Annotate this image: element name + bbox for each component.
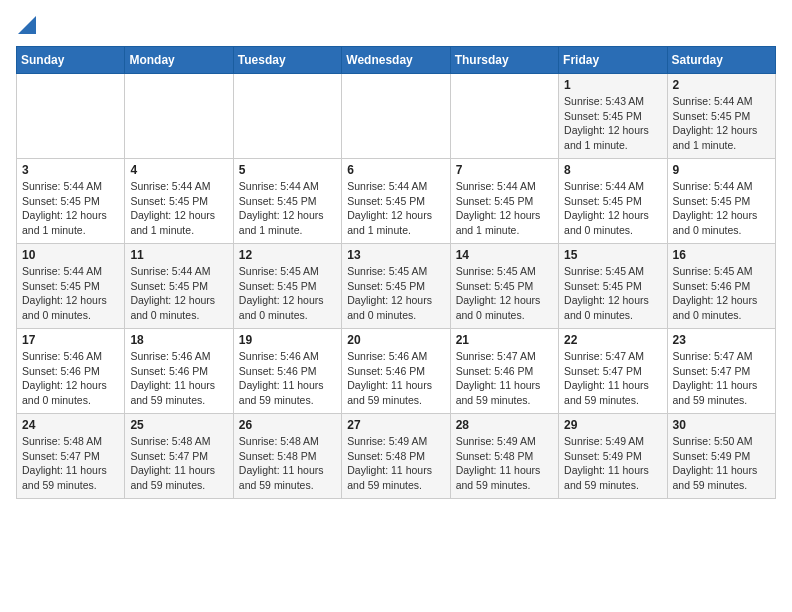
day-info: Sunrise: 5:44 AM Sunset: 5:45 PM Dayligh…: [22, 264, 119, 323]
day-number: 18: [130, 333, 227, 347]
day-info: Sunrise: 5:45 AM Sunset: 5:45 PM Dayligh…: [239, 264, 336, 323]
day-of-week-header: Friday: [559, 47, 667, 74]
calendar-cell: 8Sunrise: 5:44 AM Sunset: 5:45 PM Daylig…: [559, 159, 667, 244]
logo: [16, 16, 36, 34]
day-number: 24: [22, 418, 119, 432]
calendar-cell: 15Sunrise: 5:45 AM Sunset: 5:45 PM Dayli…: [559, 244, 667, 329]
day-number: 7: [456, 163, 553, 177]
day-number: 30: [673, 418, 770, 432]
calendar-cell: 6Sunrise: 5:44 AM Sunset: 5:45 PM Daylig…: [342, 159, 450, 244]
day-info: Sunrise: 5:44 AM Sunset: 5:45 PM Dayligh…: [130, 179, 227, 238]
day-info: Sunrise: 5:46 AM Sunset: 5:46 PM Dayligh…: [239, 349, 336, 408]
day-number: 3: [22, 163, 119, 177]
day-number: 2: [673, 78, 770, 92]
calendar-cell: [233, 74, 341, 159]
day-of-week-header: Wednesday: [342, 47, 450, 74]
day-info: Sunrise: 5:47 AM Sunset: 5:47 PM Dayligh…: [564, 349, 661, 408]
day-info: Sunrise: 5:45 AM Sunset: 5:45 PM Dayligh…: [456, 264, 553, 323]
day-number: 29: [564, 418, 661, 432]
day-number: 23: [673, 333, 770, 347]
day-info: Sunrise: 5:49 AM Sunset: 5:48 PM Dayligh…: [347, 434, 444, 493]
day-of-week-header: Sunday: [17, 47, 125, 74]
day-number: 13: [347, 248, 444, 262]
calendar-cell: [450, 74, 558, 159]
day-number: 20: [347, 333, 444, 347]
day-info: Sunrise: 5:49 AM Sunset: 5:48 PM Dayligh…: [456, 434, 553, 493]
calendar-cell: 30Sunrise: 5:50 AM Sunset: 5:49 PM Dayli…: [667, 414, 775, 499]
day-number: 27: [347, 418, 444, 432]
day-number: 15: [564, 248, 661, 262]
calendar-cell: [342, 74, 450, 159]
day-info: Sunrise: 5:44 AM Sunset: 5:45 PM Dayligh…: [130, 264, 227, 323]
day-of-week-header: Tuesday: [233, 47, 341, 74]
day-info: Sunrise: 5:47 AM Sunset: 5:47 PM Dayligh…: [673, 349, 770, 408]
day-info: Sunrise: 5:46 AM Sunset: 5:46 PM Dayligh…: [22, 349, 119, 408]
calendar-cell: 21Sunrise: 5:47 AM Sunset: 5:46 PM Dayli…: [450, 329, 558, 414]
calendar-cell: 16Sunrise: 5:45 AM Sunset: 5:46 PM Dayli…: [667, 244, 775, 329]
day-of-week-header: Monday: [125, 47, 233, 74]
day-info: Sunrise: 5:44 AM Sunset: 5:45 PM Dayligh…: [347, 179, 444, 238]
day-number: 9: [673, 163, 770, 177]
day-info: Sunrise: 5:48 AM Sunset: 5:47 PM Dayligh…: [22, 434, 119, 493]
calendar-week-row: 3Sunrise: 5:44 AM Sunset: 5:45 PM Daylig…: [17, 159, 776, 244]
day-info: Sunrise: 5:49 AM Sunset: 5:49 PM Dayligh…: [564, 434, 661, 493]
calendar-cell: 5Sunrise: 5:44 AM Sunset: 5:45 PM Daylig…: [233, 159, 341, 244]
day-info: Sunrise: 5:44 AM Sunset: 5:45 PM Dayligh…: [673, 179, 770, 238]
calendar-cell: 28Sunrise: 5:49 AM Sunset: 5:48 PM Dayli…: [450, 414, 558, 499]
calendar-cell: 22Sunrise: 5:47 AM Sunset: 5:47 PM Dayli…: [559, 329, 667, 414]
calendar-cell: 17Sunrise: 5:46 AM Sunset: 5:46 PM Dayli…: [17, 329, 125, 414]
calendar-cell: 19Sunrise: 5:46 AM Sunset: 5:46 PM Dayli…: [233, 329, 341, 414]
day-info: Sunrise: 5:45 AM Sunset: 5:45 PM Dayligh…: [564, 264, 661, 323]
calendar-cell: 10Sunrise: 5:44 AM Sunset: 5:45 PM Dayli…: [17, 244, 125, 329]
day-of-week-header: Saturday: [667, 47, 775, 74]
day-number: 4: [130, 163, 227, 177]
calendar-week-row: 1Sunrise: 5:43 AM Sunset: 5:45 PM Daylig…: [17, 74, 776, 159]
calendar-cell: 4Sunrise: 5:44 AM Sunset: 5:45 PM Daylig…: [125, 159, 233, 244]
day-info: Sunrise: 5:48 AM Sunset: 5:47 PM Dayligh…: [130, 434, 227, 493]
calendar-cell: 29Sunrise: 5:49 AM Sunset: 5:49 PM Dayli…: [559, 414, 667, 499]
day-info: Sunrise: 5:46 AM Sunset: 5:46 PM Dayligh…: [347, 349, 444, 408]
logo-triangle-icon: [18, 16, 36, 34]
day-info: Sunrise: 5:44 AM Sunset: 5:45 PM Dayligh…: [456, 179, 553, 238]
calendar-cell: 25Sunrise: 5:48 AM Sunset: 5:47 PM Dayli…: [125, 414, 233, 499]
day-number: 11: [130, 248, 227, 262]
day-number: 1: [564, 78, 661, 92]
day-info: Sunrise: 5:47 AM Sunset: 5:46 PM Dayligh…: [456, 349, 553, 408]
calendar-week-row: 10Sunrise: 5:44 AM Sunset: 5:45 PM Dayli…: [17, 244, 776, 329]
day-info: Sunrise: 5:45 AM Sunset: 5:45 PM Dayligh…: [347, 264, 444, 323]
calendar-cell: 14Sunrise: 5:45 AM Sunset: 5:45 PM Dayli…: [450, 244, 558, 329]
day-number: 21: [456, 333, 553, 347]
day-number: 17: [22, 333, 119, 347]
day-number: 22: [564, 333, 661, 347]
calendar-cell: [125, 74, 233, 159]
day-number: 8: [564, 163, 661, 177]
calendar-cell: 9Sunrise: 5:44 AM Sunset: 5:45 PM Daylig…: [667, 159, 775, 244]
day-info: Sunrise: 5:44 AM Sunset: 5:45 PM Dayligh…: [673, 94, 770, 153]
day-number: 16: [673, 248, 770, 262]
day-info: Sunrise: 5:44 AM Sunset: 5:45 PM Dayligh…: [564, 179, 661, 238]
calendar-table: SundayMondayTuesdayWednesdayThursdayFrid…: [16, 46, 776, 499]
day-info: Sunrise: 5:50 AM Sunset: 5:49 PM Dayligh…: [673, 434, 770, 493]
day-number: 26: [239, 418, 336, 432]
day-info: Sunrise: 5:45 AM Sunset: 5:46 PM Dayligh…: [673, 264, 770, 323]
calendar-cell: 24Sunrise: 5:48 AM Sunset: 5:47 PM Dayli…: [17, 414, 125, 499]
day-number: 6: [347, 163, 444, 177]
calendar-cell: 2Sunrise: 5:44 AM Sunset: 5:45 PM Daylig…: [667, 74, 775, 159]
day-info: Sunrise: 5:44 AM Sunset: 5:45 PM Dayligh…: [239, 179, 336, 238]
calendar-cell: [17, 74, 125, 159]
page-header: [16, 16, 776, 34]
calendar-cell: 18Sunrise: 5:46 AM Sunset: 5:46 PM Dayli…: [125, 329, 233, 414]
calendar-cell: 27Sunrise: 5:49 AM Sunset: 5:48 PM Dayli…: [342, 414, 450, 499]
calendar-cell: 12Sunrise: 5:45 AM Sunset: 5:45 PM Dayli…: [233, 244, 341, 329]
calendar-cell: 1Sunrise: 5:43 AM Sunset: 5:45 PM Daylig…: [559, 74, 667, 159]
day-of-week-header: Thursday: [450, 47, 558, 74]
calendar-cell: 7Sunrise: 5:44 AM Sunset: 5:45 PM Daylig…: [450, 159, 558, 244]
calendar-cell: 3Sunrise: 5:44 AM Sunset: 5:45 PM Daylig…: [17, 159, 125, 244]
calendar-cell: 13Sunrise: 5:45 AM Sunset: 5:45 PM Dayli…: [342, 244, 450, 329]
calendar-header-row: SundayMondayTuesdayWednesdayThursdayFrid…: [17, 47, 776, 74]
day-info: Sunrise: 5:43 AM Sunset: 5:45 PM Dayligh…: [564, 94, 661, 153]
calendar-body: 1Sunrise: 5:43 AM Sunset: 5:45 PM Daylig…: [17, 74, 776, 499]
calendar-week-row: 17Sunrise: 5:46 AM Sunset: 5:46 PM Dayli…: [17, 329, 776, 414]
day-info: Sunrise: 5:44 AM Sunset: 5:45 PM Dayligh…: [22, 179, 119, 238]
day-number: 19: [239, 333, 336, 347]
